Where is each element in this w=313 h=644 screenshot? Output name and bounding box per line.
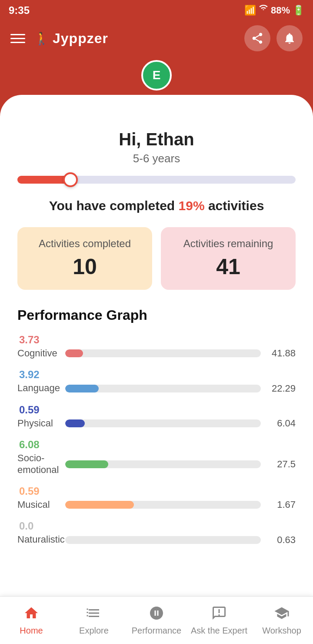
graph-max-2: 6.04	[265, 418, 296, 429]
graph-track-5	[65, 536, 261, 544]
graph-fill-4	[65, 501, 134, 509]
nav-workshop-label: Workshop	[262, 626, 301, 636]
completed-number: 10	[26, 254, 143, 279]
status-sim-icon: 📶	[244, 5, 256, 16]
completed-label: Activities completed	[26, 238, 143, 250]
home-icon	[23, 605, 39, 623]
app-header: 🚶 Jyppzer	[0, 21, 313, 60]
completion-text: You have completed 19% activities	[17, 197, 296, 215]
graph-bar-row-4: Musical 1.67	[17, 499, 296, 510]
graph-label-1: Language	[17, 382, 61, 394]
user-age: 5-6 years	[17, 152, 296, 165]
explore-icon	[86, 605, 102, 623]
graph-bar-row-0: Cognitive 41.88	[17, 348, 296, 359]
activity-cards: Activities completed 10 Activities remai…	[17, 227, 296, 290]
remaining-card: Activities remaining 41	[161, 227, 296, 290]
graph-bar-row-5: Naturalistic 0.63	[17, 534, 296, 545]
graph-row-4: 0.59 Musical 1.67	[17, 485, 296, 510]
hero-section: E	[0, 60, 313, 117]
graph-row-1: 3.92 Language 22.29	[17, 369, 296, 394]
hamburger-menu[interactable]	[10, 34, 25, 43]
nav-home[interactable]: Home	[0, 605, 63, 636]
graph-label-3: Socio-emotional	[17, 453, 61, 476]
nav-home-label: Home	[20, 626, 43, 636]
graph-fill-1	[65, 385, 99, 392]
graph-label-4: Musical	[17, 499, 61, 510]
header-actions	[244, 25, 303, 51]
nav-ask-expert[interactable]: Ask the Expert	[188, 605, 250, 636]
header-left: 🚶 Jyppzer	[10, 30, 108, 47]
graph-max-4: 1.67	[265, 499, 296, 510]
graph-row-0: 3.73 Cognitive 41.88	[17, 334, 296, 359]
graph-score-1: 3.92	[17, 369, 296, 381]
nav-performance[interactable]: Performance	[125, 605, 188, 636]
graph-fill-3	[65, 460, 108, 468]
graph-bar-row-1: Language 22.29	[17, 382, 296, 394]
status-wifi-icon	[259, 4, 268, 17]
main-content: Hi, Ethan 5-6 years You have completed 1…	[0, 117, 313, 616]
progress-thumb	[63, 172, 78, 187]
status-right: 📶 88% 🔋	[244, 4, 304, 17]
graph-score-5: 0.0	[17, 520, 296, 532]
remaining-number: 41	[170, 254, 287, 279]
graph-label-5: Naturalistic	[17, 534, 61, 545]
user-greeting: Hi, Ethan	[17, 130, 296, 149]
status-battery: 88%	[271, 5, 290, 16]
app-logo: Jyppzer	[53, 30, 108, 47]
completed-card: Activities completed 10	[17, 227, 152, 290]
logo-icon: 🚶	[34, 31, 49, 46]
bottom-nav: Home Explore Performance Ask the Expert …	[0, 596, 313, 644]
graph-rows: 3.73 Cognitive 41.88 3.92 Language 22.29…	[17, 334, 296, 546]
status-time: 9:35	[9, 4, 30, 17]
graph-max-0: 41.88	[265, 348, 296, 359]
graph-bar-row-2: Physical 6.04	[17, 418, 296, 429]
graph-track-3	[65, 460, 261, 468]
graph-track-0	[65, 349, 261, 357]
ask-expert-icon	[211, 605, 227, 623]
graph-label-2: Physical	[17, 418, 61, 429]
greeting-section: Hi, Ethan	[17, 130, 296, 149]
graph-score-4: 0.59	[17, 485, 296, 497]
graph-bar-row-3: Socio-emotional 27.5	[17, 453, 296, 476]
progress-container	[17, 176, 296, 184]
graph-fill-0	[65, 349, 83, 357]
battery-icon: 🔋	[293, 5, 304, 16]
nav-ask-expert-label: Ask the Expert	[191, 626, 247, 636]
completion-prefix: You have completed	[49, 198, 175, 213]
graph-fill-2	[65, 419, 85, 427]
graph-track-4	[65, 501, 261, 509]
performance-graph-section: Performance Graph 3.73 Cognitive 41.88 3…	[17, 307, 296, 546]
notification-button[interactable]	[276, 25, 303, 51]
graph-track-1	[65, 385, 261, 392]
nav-explore-label: Explore	[79, 626, 109, 636]
performance-icon	[149, 605, 164, 623]
graph-max-5: 0.63	[265, 534, 296, 546]
graph-max-1: 22.29	[265, 383, 296, 394]
completion-suffix: activities	[208, 198, 264, 213]
nav-performance-label: Performance	[132, 626, 182, 636]
graph-label-0: Cognitive	[17, 348, 61, 359]
status-bar: 9:35 📶 88% 🔋	[0, 0, 313, 21]
nav-explore[interactable]: Explore	[63, 605, 125, 636]
share-button[interactable]	[244, 25, 270, 51]
progress-fill	[17, 176, 70, 184]
graph-score-0: 3.73	[17, 334, 296, 346]
nav-workshop[interactable]: Workshop	[250, 605, 313, 636]
completion-percent: 19%	[179, 198, 205, 213]
remaining-label: Activities remaining	[170, 238, 287, 250]
graph-track-2	[65, 419, 261, 427]
graph-max-3: 27.5	[265, 459, 296, 470]
workshop-icon	[274, 605, 290, 623]
graph-score-3: 6.08	[17, 439, 296, 451]
profile-avatar: E	[0, 60, 313, 91]
graph-score-2: 0.59	[17, 404, 296, 416]
avatar-circle: E	[141, 60, 172, 91]
graph-row-2: 0.59 Physical 6.04	[17, 404, 296, 429]
perf-title: Performance Graph	[17, 307, 296, 323]
progress-track	[17, 176, 296, 184]
graph-row-3: 6.08 Socio-emotional 27.5	[17, 439, 296, 476]
graph-row-5: 0.0 Naturalistic 0.63	[17, 520, 296, 545]
